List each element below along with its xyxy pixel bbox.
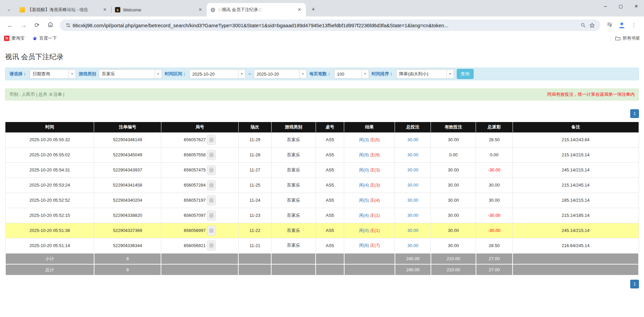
browser-tab[interactable]: ♞Welcome✕	[112, 3, 207, 16]
video-replay-icon[interactable]	[207, 180, 216, 190]
reload-icon[interactable]: ⟳	[31, 19, 43, 31]
search-button[interactable]: 查询	[457, 69, 474, 79]
cell-round-id: 656057197	[161, 193, 238, 208]
cell-note: 216.64/245.14	[513, 238, 639, 253]
cell-session: 11-24	[238, 193, 271, 208]
browser-menu-icon[interactable]: ⋮	[628, 19, 640, 31]
cell-valid-bet: 30.00	[431, 162, 476, 177]
page-number-button[interactable]: 1	[630, 109, 639, 118]
video-replay-icon[interactable]	[207, 210, 216, 221]
result-player: 闲(4)	[359, 213, 369, 218]
summary-empty	[161, 253, 238, 264]
round-id-wrap: 656057627	[161, 135, 238, 145]
video-replay-icon[interactable]	[207, 135, 216, 145]
video-replay-icon[interactable]	[207, 240, 216, 250]
window-minimize-button[interactable]: ─	[598, 0, 613, 12]
date-to-input[interactable]: 2025-10-20 ▼	[254, 69, 307, 79]
video-replay-icon[interactable]	[207, 150, 216, 160]
column-header: 桌号	[316, 122, 344, 132]
cell-round-id: 656057097	[161, 208, 238, 223]
video-replay-icon[interactable]	[207, 195, 216, 205]
cell-total-bet: 30.00	[395, 208, 431, 223]
window-maximize-button[interactable]: ▢	[613, 0, 629, 12]
chevron-down-icon[interactable]: ▼	[238, 70, 245, 78]
sort-value: 降幂(由大到小)	[397, 71, 446, 77]
cell-payout: 28.50	[476, 238, 513, 253]
chevron-down-icon[interactable]: ▼	[361, 70, 369, 78]
cell-round-id: 656057627	[161, 132, 238, 147]
new-tab-button[interactable]: +	[309, 5, 318, 14]
chevron-down-icon[interactable]: ▼	[154, 70, 162, 78]
media-controls-icon[interactable]	[604, 19, 615, 31]
cell-round-id: 656057558	[161, 147, 238, 162]
zoom-indicator-icon[interactable]	[579, 21, 588, 30]
total-bet-link[interactable]: 30.00	[407, 167, 418, 172]
round-id-text: 656056921	[184, 243, 206, 248]
total-bet-link[interactable]: 30.00	[407, 213, 418, 218]
chevron-down-icon[interactable]: ▼	[446, 70, 454, 78]
table-row: 2025-10-20 05:55:32522904346149656057627…	[5, 132, 639, 147]
folder-icon	[615, 36, 620, 41]
forward-icon[interactable]: →	[18, 19, 29, 31]
result-banker: 庄(3)	[370, 183, 380, 188]
result-player: 闲(9)	[359, 152, 369, 157]
back-icon[interactable]: ←	[4, 19, 16, 31]
total-bet-link[interactable]: 30.00	[407, 198, 418, 203]
profile-avatar[interactable]	[616, 20, 627, 31]
all-bookmarks-button[interactable]: 所有书签	[615, 35, 640, 41]
query-type-select[interactable]: 日期查询 ▼	[30, 69, 76, 79]
url-text[interactable]: 66cxkj98.com/ipl/portal.php/game/betreco…	[73, 23, 579, 28]
cell-result: 闲(0) 庄(3)	[344, 162, 395, 177]
window-close-button[interactable]: ✕	[629, 0, 644, 12]
total-bet-link[interactable]: 30.00	[407, 228, 418, 233]
url-bar[interactable]: 66cxkj98.com/ipl/portal.php/game/betreco…	[60, 19, 600, 31]
cell-time: 2025-10-20 05:55:32	[5, 132, 94, 147]
result-banker: 庄(4)	[370, 198, 380, 203]
table-row: 2025-10-20 05:51:14522904336344656056921…	[5, 238, 639, 253]
summary-empty	[344, 264, 395, 275]
cell-valid-bet: 30.00	[431, 177, 476, 193]
home-icon[interactable]	[45, 19, 56, 31]
cell-total-bet: 30.00	[395, 223, 431, 238]
page-number-button[interactable]: 1	[630, 280, 639, 288]
cell-time: 2025-10-20 05:53:24	[5, 177, 94, 193]
bookmark-star-icon[interactable]	[588, 21, 596, 30]
summary-total-bet: 240.00	[395, 253, 431, 264]
date-from-input[interactable]: 2025-10-20 ▼	[189, 69, 246, 79]
result-banker: 庄(7)	[370, 243, 380, 248]
cell-result: 闲(4) 庄(3)	[344, 177, 395, 193]
sort-select[interactable]: 降幂(由大到小) ▼	[396, 69, 454, 79]
cell-session: 11-22	[238, 223, 271, 238]
total-bet-link[interactable]: 30.00	[407, 137, 418, 142]
browser-tab[interactable]: :::视讯 会员下注纪录:::✕	[207, 3, 306, 16]
total-bet-link[interactable]: 30.00	[407, 152, 418, 157]
total-bet-link[interactable]: 30.00	[407, 243, 418, 248]
game-type-select[interactable]: 百家乐 ▼	[99, 69, 162, 79]
total-bet-link[interactable]: 30.00	[407, 183, 418, 188]
summary-count: 8	[94, 253, 161, 264]
site-controls-icon[interactable]	[64, 21, 73, 30]
chevron-down-icon[interactable]: ▼	[299, 70, 307, 78]
cell-bet-id: 522904338820	[94, 208, 161, 223]
sort-label: 时间排序：	[372, 71, 394, 77]
tab-search-chevron-icon[interactable]: ⌄	[4, 4, 13, 14]
cell-table-no: AS5	[316, 238, 344, 253]
video-replay-icon[interactable]	[207, 165, 216, 175]
cell-valid-bet: 30.00	[431, 208, 476, 223]
tab-close-icon[interactable]: ✕	[102, 7, 108, 13]
cell-game-type: 百家乐	[271, 177, 316, 193]
video-replay-icon[interactable]	[207, 226, 216, 236]
tab-title: 【新提醒】海燕策略论坛 - 综合	[28, 7, 100, 13]
round-id-text: 656057097	[184, 213, 206, 218]
tab-close-icon[interactable]: ✕	[197, 7, 203, 13]
tab-close-icon[interactable]: ✕	[296, 7, 303, 13]
cell-payout: -30.00	[476, 208, 513, 223]
chevron-down-icon[interactable]: ▼	[68, 70, 76, 78]
browser-tab[interactable]: 【新提醒】海燕策略论坛 - 综合✕	[16, 3, 111, 16]
bookmark-item[interactable]: 百度一下	[32, 35, 57, 41]
cell-result: 闲(5) 庄(4)	[344, 193, 395, 208]
game-type-value: 百家乐	[99, 71, 154, 77]
bookmark-item[interactable]: 淘爱淘宝	[4, 35, 25, 41]
page-size-select[interactable]: 100 ▼	[334, 69, 369, 79]
summary-empty	[271, 264, 316, 275]
